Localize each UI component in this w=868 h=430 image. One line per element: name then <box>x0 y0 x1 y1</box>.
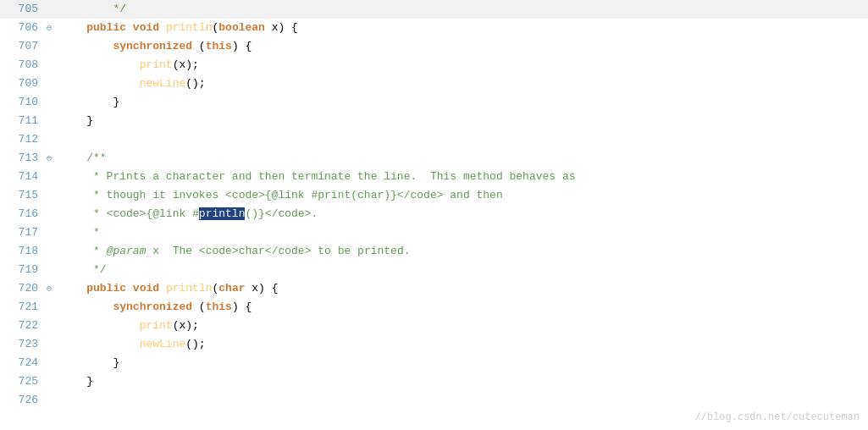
fold-713[interactable]: ⊖ <box>47 150 57 168</box>
fold-706[interactable]: ⊖ <box>47 19 57 38</box>
line-content-711: } <box>57 112 93 130</box>
line-number-718: 718 <box>0 242 47 261</box>
code-line-719: 719 */ <box>0 261 868 279</box>
line-content-722: print(x); <box>57 317 199 335</box>
line-number-709: 709 <box>0 74 47 93</box>
code-line-709: 709 newLine(); <box>0 74 868 93</box>
code-line-726: 726 <box>0 391 868 410</box>
code-line-711: 711 } <box>0 112 868 130</box>
line-content-706: public void println(boolean x) { <box>57 19 298 37</box>
code-line-723: 723 newLine(); <box>0 335 868 354</box>
line-number-715: 715 <box>0 186 47 205</box>
line-number-716: 716 <box>0 205 47 223</box>
line-number-708: 708 <box>0 56 47 74</box>
line-number-712: 712 <box>0 130 47 149</box>
line-number-724: 724 <box>0 354 47 372</box>
code-line-705: 705 */ <box>0 0 868 19</box>
code-line-707: 707 synchronized (this) { <box>0 37 868 56</box>
line-content-710: } <box>57 93 119 112</box>
line-number-713: 713 <box>0 149 47 168</box>
code-line-721: 721 synchronized (this) { <box>0 298 868 317</box>
line-number-721: 721 <box>0 298 47 317</box>
line-number-714: 714 <box>0 168 47 186</box>
code-line-722: 722 print(x); <box>0 317 868 335</box>
line-content-721: synchronized (this) { <box>57 298 252 317</box>
line-number-722: 722 <box>0 317 47 335</box>
line-number-706: 706 <box>0 19 47 37</box>
line-number-707: 707 <box>0 37 47 56</box>
fold-720[interactable]: ⊖ <box>47 280 57 299</box>
line-content-718: * @param x The <code>char</code> to be p… <box>57 242 411 261</box>
code-line-725: 725 } <box>0 372 868 391</box>
line-number-719: 719 <box>0 261 47 279</box>
code-line-718: 718 * @param x The <code>char</code> to … <box>0 242 868 261</box>
code-line-710: 710 } <box>0 93 868 112</box>
line-content-717: * <box>57 223 100 242</box>
line-content-714: * Prints a character and then terminate … <box>57 168 576 186</box>
line-content-720: public void println(char x) { <box>57 279 279 298</box>
line-number-710: 710 <box>0 93 47 112</box>
code-line-724: 724 } <box>0 354 868 372</box>
code-editor: 705 */ 706 ⊖ public void println(boolean… <box>0 0 868 430</box>
line-number-725: 725 <box>0 372 47 391</box>
line-number-720: 720 <box>0 279 47 298</box>
line-content-723: newLine(); <box>57 335 206 354</box>
code-line-720: 720 ⊖ public void println(char x) { <box>0 279 868 298</box>
line-content-707: synchronized (this) { <box>57 37 252 56</box>
line-content-708: print(x); <box>57 56 199 74</box>
code-line-712: 712 <box>0 130 868 149</box>
code-line-713: 713 ⊖ /** <box>0 149 868 168</box>
code-line-706: 706 ⊖ public void println(boolean x) { <box>0 19 868 37</box>
line-number-717: 717 <box>0 223 47 242</box>
code-line-716: 716 * <code>{@link #println()}</code>. <box>0 205 868 223</box>
line-number-711: 711 <box>0 112 47 130</box>
line-content-716: * <code>{@link #println()}</code>. <box>57 205 318 223</box>
code-line-715: 715 * though it invokes <code>{@link #pr… <box>0 186 868 205</box>
line-number-726: 726 <box>0 391 47 410</box>
line-content-725: } <box>57 372 93 391</box>
line-content-709: newLine(); <box>57 74 206 93</box>
line-content-705: */ <box>57 0 126 19</box>
line-number-723: 723 <box>0 335 47 354</box>
line-content-719: */ <box>57 261 107 279</box>
watermark: //blog.csdn.net/cutecuteman <box>695 411 860 423</box>
line-content-713: /** <box>57 149 107 168</box>
code-line-708: 708 print(x); <box>0 56 868 74</box>
line-number-705: 705 <box>0 0 47 19</box>
line-content-724: } <box>57 354 119 372</box>
code-line-717: 717 * <box>0 223 868 242</box>
line-content-715: * though it invokes <code>{@link #print(… <box>57 186 503 205</box>
code-line-714: 714 * Prints a character and then termin… <box>0 168 868 186</box>
